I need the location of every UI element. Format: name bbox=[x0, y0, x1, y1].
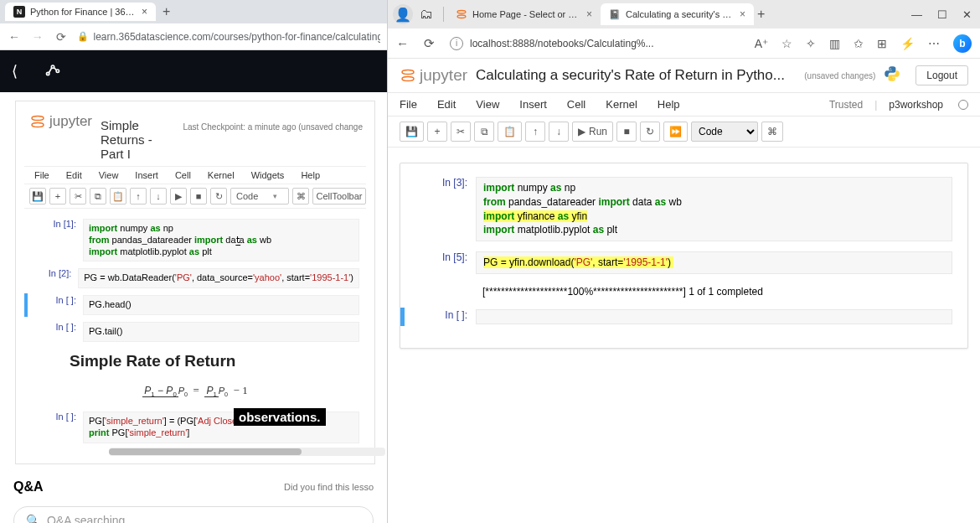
favorites-bar-icon[interactable]: ✩ bbox=[854, 37, 864, 50]
favorite-icon[interactable]: ☆ bbox=[781, 37, 792, 50]
menu-help[interactable]: Help bbox=[301, 170, 320, 180]
copy-icon[interactable]: ⧉ bbox=[90, 188, 106, 205]
code-area[interactable]: import numpy as np from pandas_datareade… bbox=[476, 177, 952, 241]
menu-edit[interactable]: Edit bbox=[66, 170, 82, 180]
menu-insert[interactable]: Insert bbox=[519, 98, 547, 111]
more-icon[interactable]: ⋯ bbox=[928, 37, 940, 50]
celltype-select[interactable]: Code bbox=[691, 122, 758, 142]
scrollbar-thumb[interactable] bbox=[109, 448, 302, 455]
code-cell[interactable]: In [ ]: PG.tail() bbox=[24, 320, 366, 344]
menu-kernel[interactable]: Kernel bbox=[606, 98, 637, 111]
add-cell-icon[interactable]: + bbox=[427, 122, 447, 142]
bing-chat-icon[interactable]: b bbox=[953, 34, 972, 53]
menu-widgets[interactable]: Widgets bbox=[251, 170, 285, 180]
menu-cell[interactable]: Cell bbox=[567, 98, 585, 111]
run-button[interactable]: ▶ Run bbox=[572, 122, 613, 142]
add-cell-icon[interactable]: + bbox=[49, 188, 66, 205]
paste-icon[interactable]: 📋 bbox=[110, 188, 126, 205]
horizontal-scrollbar[interactable] bbox=[109, 448, 385, 456]
menu-view[interactable]: View bbox=[476, 98, 499, 111]
menu-file[interactable]: File bbox=[34, 170, 49, 180]
collections-icon[interactable]: ⊞ bbox=[877, 37, 887, 50]
extensions-icon[interactable]: ✧ bbox=[806, 37, 816, 50]
url-bar[interactable]: 🔒 learn.365datascience.com/courses/pytho… bbox=[77, 31, 380, 43]
performance-icon[interactable]: ⚡ bbox=[900, 37, 915, 50]
notebook-title[interactable]: Simple Returns - Part I bbox=[101, 118, 174, 161]
maximize-icon[interactable]: ☐ bbox=[937, 8, 947, 21]
qa-search-input[interactable]: 🔍 Q&A searching... bbox=[13, 506, 374, 523]
code-area[interactable]: PG = wb.DataReader('PG', data_source='ya… bbox=[78, 268, 359, 288]
run-icon[interactable]: ▶ bbox=[170, 188, 187, 205]
reload-icon[interactable]: ⟳ bbox=[54, 30, 69, 44]
read-aloud-icon[interactable]: A⁺ bbox=[755, 37, 768, 50]
code-area[interactable]: PG = yfin.download('PG', start='1995-1-1… bbox=[476, 251, 952, 274]
move-up-icon[interactable]: ↑ bbox=[525, 122, 545, 142]
celltoolbar-button[interactable]: CellToolbar bbox=[312, 188, 366, 205]
cut-icon[interactable]: ✂ bbox=[70, 188, 86, 205]
close-icon[interactable]: × bbox=[586, 8, 592, 20]
code-cell[interactable]: In [2]: PG = wb.DataReader('PG', data_so… bbox=[24, 267, 366, 290]
back-icon[interactable]: ← bbox=[396, 36, 409, 50]
move-down-icon[interactable]: ↓ bbox=[549, 122, 569, 142]
restart-run-icon[interactable]: ⏩ bbox=[663, 122, 688, 142]
back-icon[interactable]: ← bbox=[7, 30, 22, 44]
code-area[interactable]: import numpy as np from pandas_datareade… bbox=[83, 219, 359, 262]
qa-title: Q&A bbox=[13, 479, 44, 495]
menu-cell[interactable]: Cell bbox=[175, 170, 191, 180]
cut-icon[interactable]: ✂ bbox=[451, 122, 471, 142]
split-screen-icon[interactable]: ▥ bbox=[829, 37, 840, 50]
command-palette-icon[interactable]: ⌘ bbox=[761, 122, 783, 142]
embedded-notebook: jupyter Simple Returns - Part I Last Che… bbox=[15, 101, 375, 464]
restart-icon[interactable]: ↻ bbox=[210, 188, 227, 205]
save-icon[interactable]: 💾 bbox=[400, 122, 424, 142]
url-bar[interactable]: i localhost:8888/notebooks/Calculating%.… bbox=[450, 37, 740, 50]
menu-view[interactable]: View bbox=[99, 170, 119, 180]
chrome-tab[interactable]: N Python for Finance | 365 Data Sci × bbox=[5, 3, 156, 21]
stop-icon[interactable]: ■ bbox=[616, 122, 637, 142]
graph-icon[interactable] bbox=[44, 61, 61, 81]
close-window-icon[interactable]: ✕ bbox=[962, 8, 972, 21]
reload-icon[interactable]: ⟳ bbox=[424, 36, 435, 51]
minimize-icon[interactable]: — bbox=[911, 8, 922, 21]
menu-file[interactable]: File bbox=[400, 98, 417, 111]
new-tab-button[interactable]: + bbox=[162, 4, 170, 19]
lesson-back-icon[interactable]: ⟨ bbox=[12, 62, 18, 80]
menu-kernel[interactable]: Kernel bbox=[208, 170, 235, 180]
copy-icon[interactable]: ⧉ bbox=[474, 122, 494, 142]
jupyter-logo[interactable]: jupyter bbox=[400, 66, 467, 85]
code-cell[interactable]: In [1]: import numpy as np from pandas_d… bbox=[24, 217, 366, 263]
code-cell[interactable]: In [ ]: bbox=[409, 308, 959, 326]
move-down-icon[interactable]: ↓ bbox=[150, 188, 167, 205]
browser-tab-active[interactable]: 📓 Calculating a security's Rate of Re × bbox=[601, 3, 754, 25]
celltype-select[interactable]: Code bbox=[230, 188, 289, 205]
code-cell[interactable]: In [ ]: PG.head() bbox=[24, 293, 366, 317]
stop-icon[interactable]: ■ bbox=[190, 188, 207, 205]
command-palette-icon[interactable]: ⌘ bbox=[292, 188, 309, 205]
code-area[interactable] bbox=[476, 309, 952, 324]
move-up-icon[interactable]: ↑ bbox=[130, 188, 147, 205]
menu-edit[interactable]: Edit bbox=[437, 98, 456, 111]
close-icon[interactable]: × bbox=[142, 6, 147, 18]
paste-icon[interactable]: 📋 bbox=[498, 122, 522, 142]
code-cell[interactable]: In [5]: PG = yfin.download('PG', start='… bbox=[409, 250, 959, 276]
save-icon[interactable]: 💾 bbox=[29, 188, 46, 205]
menu-insert[interactable]: Insert bbox=[135, 170, 158, 180]
profile-icon[interactable]: 👤 bbox=[393, 4, 413, 24]
code-area[interactable]: PG.tail() bbox=[83, 322, 359, 342]
trusted-indicator[interactable]: Trusted bbox=[829, 99, 863, 111]
notebook-title[interactable]: Calculating a security's Rate of Return … bbox=[476, 67, 796, 84]
lesson-header: ⟨ bbox=[0, 50, 387, 92]
notebook-container: In [3]: import numpy as np from pandas_d… bbox=[400, 163, 968, 349]
site-info-icon[interactable]: i bbox=[450, 37, 463, 50]
kernel-name[interactable]: p3workshop bbox=[889, 99, 943, 111]
code-cell[interactable]: In [3]: import numpy as np from pandas_d… bbox=[409, 175, 959, 243]
restart-icon[interactable]: ↻ bbox=[640, 122, 660, 142]
menu-help[interactable]: Help bbox=[658, 98, 680, 111]
workspaces-icon[interactable]: 🗂 bbox=[416, 4, 436, 24]
logout-button[interactable]: Logout bbox=[916, 65, 968, 85]
code-area[interactable]: PG.head() bbox=[83, 295, 359, 315]
close-icon[interactable]: × bbox=[740, 8, 745, 20]
code-cell[interactable]: In [ ]: PG['simple_return'] = (PG['Adj C… bbox=[24, 410, 366, 445]
browser-tab[interactable]: Home Page - Select or create a n × bbox=[447, 3, 601, 25]
new-tab-button[interactable]: + bbox=[757, 7, 765, 22]
